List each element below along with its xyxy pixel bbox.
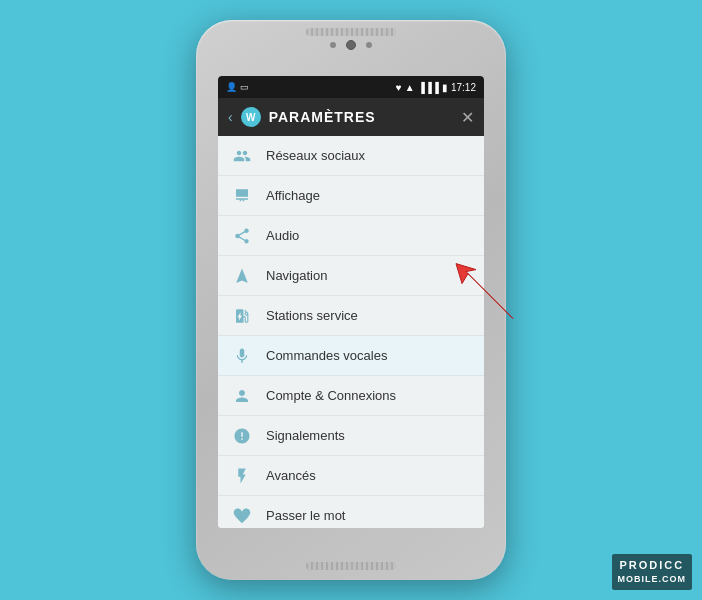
wifi-icon: ♥	[396, 82, 402, 93]
menu-item-passer-le-mot[interactable]: Passer le mot	[218, 496, 484, 528]
sensor-1	[330, 42, 336, 48]
watermark-line2: MOBILE.COM	[618, 573, 687, 586]
menu-item-avances[interactable]: Avancés	[218, 456, 484, 496]
sim-icon: ▭	[240, 82, 249, 92]
menu-item-audio[interactable]: Audio	[218, 216, 484, 256]
menu-item-compte-connexions[interactable]: Compte & Connexions	[218, 376, 484, 416]
menu-item-commandes-vocales[interactable]: Commandes vocales	[218, 336, 484, 376]
status-bar: 👤 ▭ ♥ ▲ ▐▐▐ ▮ 17:12	[218, 76, 484, 98]
menu-item-signalements[interactable]: Signalements	[218, 416, 484, 456]
status-right: ♥ ▲ ▐▐▐ ▮ 17:12	[396, 82, 476, 93]
social-icon	[232, 146, 252, 166]
signal-bars: ▐▐▐	[418, 82, 439, 93]
bottom-bar	[196, 534, 506, 580]
menu-label-compte-connexions: Compte & Connexions	[266, 388, 396, 403]
audio-icon	[232, 226, 252, 246]
watermark-line1: PRODICC	[618, 558, 687, 573]
sensor-2	[366, 42, 372, 48]
advanced-icon	[232, 466, 252, 486]
display-icon	[232, 186, 252, 206]
notification-icon: 👤	[226, 82, 237, 92]
phone-screen: 👤 ▭ ♥ ▲ ▐▐▐ ▮ 17:12 ‹ W PARAMÈTRES ✕ Rés…	[218, 76, 484, 528]
top-speaker	[196, 20, 506, 74]
bottom-grille	[306, 562, 396, 570]
watermark: PRODICC MOBILE.COM	[612, 554, 693, 590]
share-icon	[232, 506, 252, 526]
menu-label-signalements: Signalements	[266, 428, 345, 443]
account-icon	[232, 386, 252, 406]
camera	[346, 40, 356, 50]
menu-label-stations-service: Stations service	[266, 308, 358, 323]
phone-frame: 👤 ▭ ♥ ▲ ▐▐▐ ▮ 17:12 ‹ W PARAMÈTRES ✕ Rés…	[196, 20, 506, 580]
menu-label-reseaux-sociaux: Réseaux sociaux	[266, 148, 365, 163]
signal-icon	[232, 426, 252, 446]
menu-label-affichage: Affichage	[266, 188, 320, 203]
back-button[interactable]: ‹	[228, 109, 233, 125]
mic-icon	[232, 346, 252, 366]
menu-label-audio: Audio	[266, 228, 299, 243]
menu-item-affichage[interactable]: Affichage	[218, 176, 484, 216]
speaker-grille	[306, 28, 396, 36]
menu-label-passer-le-mot: Passer le mot	[266, 508, 345, 523]
top-sensors	[330, 40, 372, 50]
station-icon	[232, 306, 252, 326]
menu-label-commandes-vocales: Commandes vocales	[266, 348, 387, 363]
menu-item-reseaux-sociaux[interactable]: Réseaux sociaux	[218, 136, 484, 176]
navigation-icon	[232, 266, 252, 286]
header-title: PARAMÈTRES	[269, 109, 453, 125]
menu-item-navigation[interactable]: Navigation	[218, 256, 484, 296]
app-logo: W	[241, 107, 261, 127]
close-button[interactable]: ✕	[461, 108, 474, 127]
menu-label-navigation: Navigation	[266, 268, 327, 283]
app-header: ‹ W PARAMÈTRES ✕	[218, 98, 484, 136]
menu-list: Réseaux sociauxAffichageAudioNavigationS…	[218, 136, 484, 528]
menu-label-avances: Avancés	[266, 468, 316, 483]
signal-icon: ▲	[405, 82, 415, 93]
menu-item-stations-service[interactable]: Stations service	[218, 296, 484, 336]
status-left: 👤 ▭	[226, 82, 249, 92]
battery-icon: ▮	[442, 82, 448, 93]
clock: 17:12	[451, 82, 476, 93]
